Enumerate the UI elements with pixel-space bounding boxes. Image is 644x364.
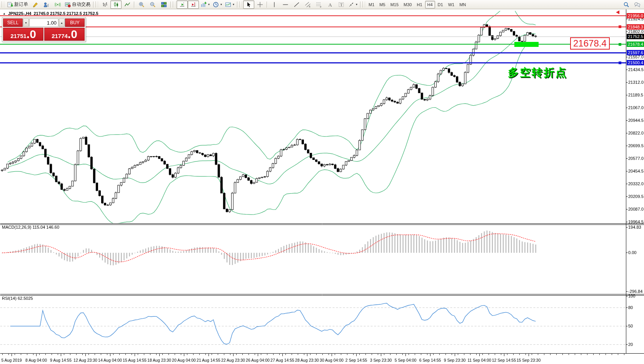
svg-text:E: E bbox=[309, 5, 310, 8]
sell-price-display[interactable]: 21751 .0 bbox=[3, 28, 43, 41]
sell-price-main: 21751 bbox=[10, 33, 27, 39]
timeframe-M1[interactable]: M1 bbox=[366, 1, 377, 8]
toolbar-separator bbox=[170, 2, 171, 8]
sell-price-fraction: .0 bbox=[27, 28, 36, 40]
bar-chart-mode-button[interactable] bbox=[99, 0, 110, 9]
collapse-panel-icon[interactable]: ▲ bbox=[3, 12, 6, 15]
zoom-out-button[interactable] bbox=[147, 0, 158, 9]
volume-input[interactable] bbox=[29, 18, 58, 27]
templates-dropdown-caret[interactable]: ▾ bbox=[233, 3, 234, 6]
macd-indicator-label: MACD(12,26,9) 115.04 146.60 bbox=[2, 225, 59, 229]
buy-price-display[interactable]: 21774 .0 bbox=[44, 28, 85, 41]
svg-text:T: T bbox=[340, 2, 343, 7]
zoom-out-icon bbox=[150, 2, 156, 8]
autotrade-button[interactable]: 自动交易 bbox=[63, 0, 92, 9]
text-label-icon: T bbox=[338, 2, 344, 8]
horizontal-line-21752.5[interactable] bbox=[0, 37, 626, 37]
toolbar-grip[interactable] bbox=[2, 2, 4, 7]
timeframe-D1[interactable]: D1 bbox=[435, 1, 445, 8]
bar-chart-icon bbox=[102, 2, 108, 8]
templates-button[interactable]: ▾ bbox=[224, 0, 236, 9]
zoom-in-button[interactable] bbox=[136, 0, 147, 9]
volume-decrease-button[interactable]: ▼ bbox=[23, 18, 29, 27]
support-zone-rectangle[interactable] bbox=[514, 42, 539, 47]
timeframe-M15[interactable]: M15 bbox=[388, 1, 401, 8]
horizontal-line-icon bbox=[282, 2, 289, 8]
new-order-button[interactable]: 新订单 bbox=[5, 0, 30, 9]
signal-icon bbox=[55, 2, 61, 8]
timeframe-group: M1M5M15M30H1H4D1W1MN bbox=[366, 1, 468, 8]
toolbar-grip[interactable] bbox=[95, 2, 98, 7]
rsi-indicator-label: RSI(14) 62.5025 bbox=[2, 296, 33, 301]
template-icon bbox=[225, 2, 231, 8]
chart-end-marker-icon[interactable] bbox=[616, 10, 619, 14]
auto-scroll-button[interactable] bbox=[177, 0, 188, 9]
fibonacci-icon: F bbox=[316, 2, 322, 8]
fibonacci-tool-button[interactable]: F bbox=[313, 0, 324, 9]
price-annotation-box[interactable]: 21678.4 bbox=[570, 37, 610, 50]
horizontal-line-tool-button[interactable] bbox=[280, 0, 291, 9]
horizontal-line-21848.3[interactable] bbox=[0, 27, 626, 27]
toolbar-separator bbox=[93, 2, 94, 8]
sell-button[interactable]: SELL bbox=[3, 18, 23, 27]
cursor-tool-button[interactable] bbox=[243, 0, 254, 9]
timeframe-H4[interactable]: H4 bbox=[425, 1, 435, 8]
toolbar-separator bbox=[360, 2, 361, 8]
line-handle-21500.4[interactable] bbox=[619, 61, 621, 64]
periods-button[interactable]: ▾ bbox=[211, 0, 224, 9]
vertical-line-tool-button[interactable] bbox=[269, 0, 280, 9]
text-icon: A bbox=[327, 2, 333, 8]
toolbar-separator bbox=[134, 2, 135, 8]
toolbar-grip[interactable] bbox=[362, 2, 365, 7]
svg-text:A: A bbox=[328, 2, 332, 8]
clock-icon bbox=[213, 2, 219, 8]
chart-canvas[interactable] bbox=[0, 0, 644, 364]
line-handle-21848.3[interactable] bbox=[619, 25, 621, 28]
toolbar-separator bbox=[267, 2, 267, 8]
equidistant-channel-icon: E bbox=[305, 2, 311, 8]
volume-increase-button[interactable]: ▲ bbox=[59, 18, 65, 27]
timeframe-M30[interactable]: M30 bbox=[401, 1, 414, 8]
timeframe-MN[interactable]: MN bbox=[457, 1, 468, 8]
timeframe-M5[interactable]: M5 bbox=[377, 1, 387, 8]
timeframe-H1[interactable]: H1 bbox=[414, 1, 424, 8]
buy-button[interactable]: BUY bbox=[65, 18, 85, 27]
turning-point-note[interactable]: 多空转折点 bbox=[508, 65, 567, 80]
horizontal-line-21597.6[interactable] bbox=[0, 52, 626, 53]
new-order-label: 新订单 bbox=[14, 1, 28, 8]
signal-button[interactable] bbox=[52, 0, 63, 9]
equidistant-channel-tool-button[interactable]: E bbox=[302, 0, 313, 9]
one-click-trading-panel: SELL ▼ ▲ BUY 21751 .0 21774 .0 bbox=[2, 17, 86, 42]
crosshair-tool-button[interactable] bbox=[254, 0, 265, 9]
indicators-button[interactable]: ▾ bbox=[199, 0, 211, 9]
timeframe-W1[interactable]: W1 bbox=[446, 1, 457, 8]
horizontal-line-21500.4[interactable] bbox=[0, 62, 626, 63]
toolbar-grip[interactable] bbox=[173, 2, 175, 7]
profile-icon bbox=[43, 2, 50, 8]
line-handle-21678.4[interactable] bbox=[619, 43, 621, 46]
toolbar-grip[interactable] bbox=[239, 2, 242, 7]
toolbar-separator bbox=[237, 2, 238, 8]
indicators-dropdown-caret[interactable]: ▾ bbox=[208, 3, 210, 6]
periods-dropdown-caret[interactable]: ▾ bbox=[220, 3, 222, 6]
text-label-tool-button[interactable]: T bbox=[335, 0, 347, 9]
tile-windows-button[interactable] bbox=[158, 0, 169, 9]
chart-shift-button[interactable] bbox=[188, 0, 199, 9]
chart-shift-icon bbox=[190, 2, 197, 8]
trendline-tool-button[interactable] bbox=[291, 0, 302, 9]
text-tool-button[interactable]: A bbox=[324, 0, 335, 9]
cursor-icon bbox=[246, 2, 252, 8]
search-button[interactable] bbox=[621, 0, 632, 9]
highlighter-icon bbox=[32, 2, 38, 8]
arrows-dropdown-caret[interactable]: ▾ bbox=[356, 3, 357, 6]
candlestick-mode-button[interactable] bbox=[110, 0, 122, 9]
tile-windows-icon bbox=[161, 2, 167, 8]
line-chart-mode-button[interactable] bbox=[122, 0, 133, 9]
profile-button[interactable] bbox=[41, 0, 52, 9]
zoom-in-icon bbox=[138, 2, 145, 8]
highlighter-button[interactable] bbox=[30, 0, 41, 9]
autotrade-label: 自动交易 bbox=[72, 1, 90, 8]
arrows-tool-button[interactable]: ▾ bbox=[347, 0, 359, 9]
chat-button[interactable] bbox=[632, 0, 643, 9]
search-icon bbox=[623, 2, 629, 8]
